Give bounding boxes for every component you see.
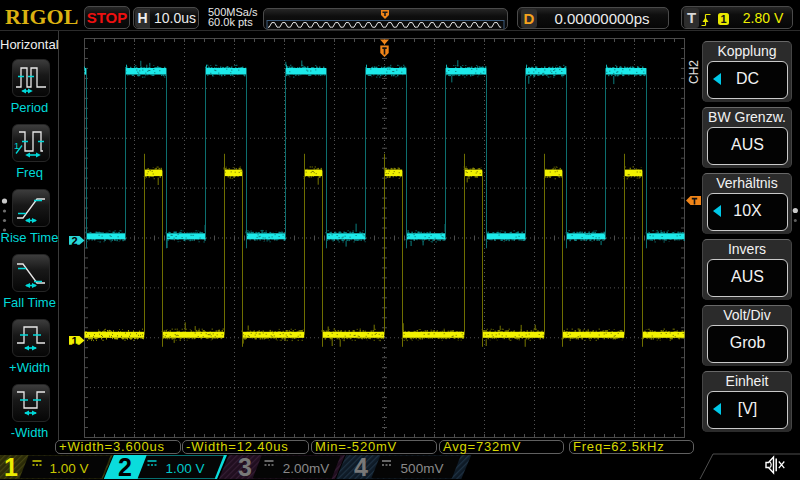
svg-text:4: 4 [354,454,368,480]
svg-text:500mV: 500mV [401,461,444,476]
svg-text:2: 2 [71,235,77,247]
svg-text:3: 3 [238,454,252,480]
svg-text:1: 1 [4,454,18,480]
svg-text:2.00mV: 2.00mV [283,461,330,476]
svg-text:2: 2 [118,454,132,480]
svg-text:1.00 V: 1.00 V [49,461,88,476]
svg-text:1: 1 [71,335,77,347]
svg-text:1.00 V: 1.00 V [165,461,204,476]
